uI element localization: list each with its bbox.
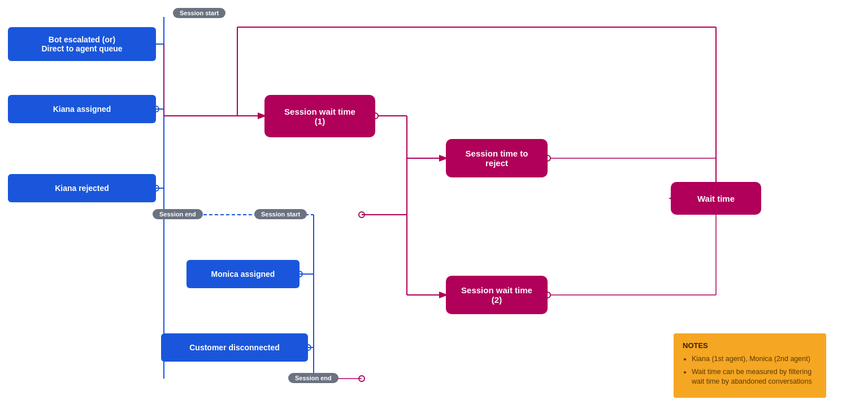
notes-list: Kiana (1st agent), Monica (2nd agent) Wa… bbox=[683, 354, 817, 387]
session-wait-time-1-box: Session wait time (1) bbox=[264, 95, 375, 137]
svg-point-21 bbox=[359, 212, 364, 218]
notes-box: NOTES Kiana (1st agent), Monica (2nd age… bbox=[674, 333, 826, 398]
session-time-to-reject-box: Session time to reject bbox=[446, 139, 548, 177]
session-start-pill-2: Session start bbox=[254, 209, 307, 219]
kiana-rejected-box: Kiana rejected bbox=[8, 174, 156, 202]
session-start-pill-1: Session start bbox=[173, 8, 225, 18]
monica-assigned-box: Monica assigned bbox=[186, 260, 300, 288]
wait-time-box: Wait time bbox=[671, 182, 761, 215]
notes-item-1: Kiana (1st agent), Monica (2nd agent) bbox=[692, 354, 817, 364]
notes-item-2: Wait time can be measured by filtering w… bbox=[692, 367, 817, 387]
session-end-pill-2: Session end bbox=[288, 373, 338, 383]
svg-point-32 bbox=[359, 376, 364, 381]
session-wait-time-2-box: Session wait time (2) bbox=[446, 276, 548, 314]
bot-escalated-box: Bot escalated (or) Direct to agent queue bbox=[8, 27, 156, 61]
kiana-assigned-box: Kiana assigned bbox=[8, 95, 156, 123]
diagram-container: Session start Session end Session start … bbox=[0, 0, 868, 417]
customer-disconnected-box: Customer disconnected bbox=[161, 333, 308, 362]
session-end-pill-1: Session end bbox=[153, 209, 203, 219]
notes-title: NOTES bbox=[683, 341, 817, 350]
